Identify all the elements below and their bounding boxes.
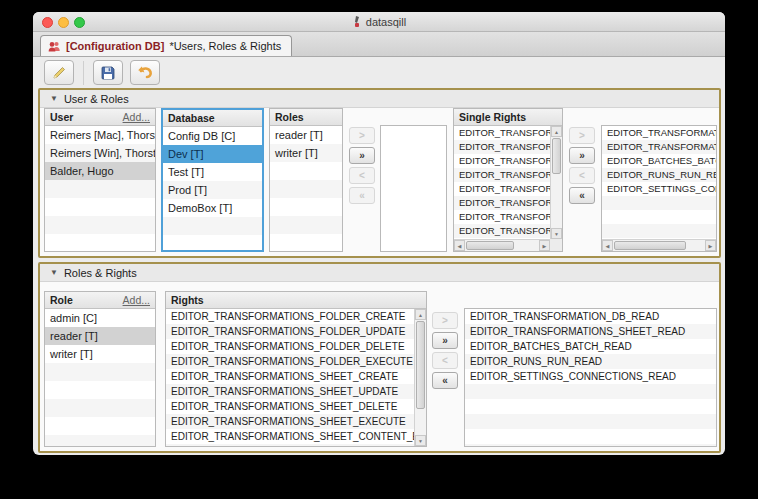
list-item[interactable]: EDITOR_TRANSFORMATIONS_SHEET_CREATE xyxy=(166,369,426,384)
user-list[interactable]: Reimers [Mac], ThorstenReimers [Win], Th… xyxy=(45,126,155,251)
list-item[interactable]: Reimers [Mac], Thorsten xyxy=(45,126,155,144)
list-item[interactable]: EDITOR_TRANSFORMATIONS_SHEET_EXECUTE xyxy=(454,224,562,238)
list-item[interactable]: EDITOR_TRANSFORMATIONS_SHEET_UPDATE xyxy=(454,196,562,210)
list-item[interactable]: Prod [T] xyxy=(163,181,262,199)
scrollbar-thumb[interactable] xyxy=(552,138,561,174)
rights-available-list[interactable]: EDITOR_TRANSFORMATIONS_FOLDER_CREATEEDIT… xyxy=(166,309,426,446)
list-item[interactable]: EDITOR_RUNS_RUN_READ xyxy=(465,354,716,369)
database-list[interactable]: Config DB [C]Dev [T]Test [T]Prod [T]Demo… xyxy=(163,127,262,250)
rights-move-all-left-button[interactable]: « xyxy=(432,372,458,389)
list-item[interactable]: EDITOR_TRANSFORMATIONS_SHEET_EXECUTE xyxy=(166,414,426,429)
rights-move-right-button[interactable]: > xyxy=(432,312,458,329)
roles-assigned-panel xyxy=(380,125,447,252)
list-item[interactable]: EDITOR_TRANSFORMATIONS_SHEET_READ xyxy=(602,140,716,154)
scroll-left-arrow[interactable]: ◀ xyxy=(602,240,613,251)
floppy-disk-icon xyxy=(100,65,116,81)
list-item[interactable]: EDITOR_BATCHES_BATCH_READ xyxy=(602,154,716,168)
list-item[interactable]: Config DB [C] xyxy=(163,127,262,145)
scrollbar-thumb[interactable] xyxy=(416,321,425,409)
save-button[interactable] xyxy=(93,60,123,85)
list-item[interactable]: EDITOR_TRANSFORMATIONS_FOLDER_DELETE xyxy=(166,339,426,354)
single-rights-move-all-right-button[interactable]: » xyxy=(569,147,595,164)
list-item[interactable]: Balder, Hugo xyxy=(45,162,155,180)
database-list-header: Database xyxy=(163,110,262,127)
tab-bar: [Configuration DB] *Users, Roles & Right… xyxy=(33,32,725,57)
single-rights-move-left-button[interactable]: < xyxy=(569,167,595,184)
list-item[interactable]: Reimers [Win], Thorsten xyxy=(45,144,155,162)
scrollbar-thumb[interactable] xyxy=(466,241,514,250)
list-item[interactable]: EDITOR_TRANSFORMATIONS_FOLDER_UPDATE xyxy=(454,140,562,154)
list-item[interactable]: Dev [T] xyxy=(163,145,262,163)
list-item[interactable]: EDITOR_BATCHES_BATCH_READ xyxy=(465,339,716,354)
list-item[interactable]: EDITOR_SETTINGS_CONNECTIONS_READ xyxy=(465,369,716,384)
list-item[interactable]: EDITOR_TRANSFORMATION_DB_READ xyxy=(465,309,716,324)
roles-move-right-button[interactable]: > xyxy=(349,127,375,144)
list-item[interactable]: EDITOR_SETTINGS_CONNECTIONS_READ xyxy=(602,182,716,196)
group-roles-rights: ▼ Roles & Rights Role Add... admin [C]re… xyxy=(38,262,721,453)
edit-button[interactable] xyxy=(44,60,74,85)
roles-move-left-button[interactable]: < xyxy=(349,167,375,184)
single-rights-assigned-list[interactable]: EDITOR_TRANSFORMATION_DB_READEDITOR_TRAN… xyxy=(602,126,716,251)
list-item[interactable]: EDITOR_TRANSFORMATIONS_FOLDER_EXECUTE xyxy=(166,354,426,369)
user-header-label: User xyxy=(50,111,73,123)
scroll-right-arrow[interactable]: ▶ xyxy=(539,240,550,251)
list-item[interactable]: EDITOR_TRANSFORMATIONS_FOLDER_DELETE xyxy=(454,154,562,168)
roles-move-all-left-button[interactable]: « xyxy=(349,187,375,204)
scrollbar-corner xyxy=(550,239,562,251)
toolbar-separator xyxy=(83,61,84,85)
list-item[interactable]: EDITOR_TRANSFORMATIONS_SHEET_CREATE xyxy=(454,182,562,196)
list-item[interactable]: EDITOR_TRANSFORMATIONS_FOLDER_UPDATE xyxy=(166,324,426,339)
group-header-roles-rights[interactable]: ▼ Roles & Rights xyxy=(40,264,719,282)
rights-list-header: Rights xyxy=(166,292,426,309)
scroll-right-arrow[interactable]: ▶ xyxy=(705,240,716,251)
list-item[interactable]: reader [T] xyxy=(45,327,155,345)
scrollbar-thumb[interactable] xyxy=(614,241,686,250)
tab-db-label: [Configuration DB] xyxy=(66,40,164,52)
add-user-link[interactable]: Add... xyxy=(123,111,150,123)
single-rights-header-label: Single Rights xyxy=(459,111,526,123)
list-item[interactable]: EDITOR_TRANSFORMATIONS_SHEET_DELETE xyxy=(166,399,426,414)
list-item[interactable]: EDITOR_TRANSFORMATIONS_SHEET_CONTENT_EDI… xyxy=(166,429,426,444)
scroll-up-arrow[interactable]: ▲ xyxy=(551,126,562,137)
list-item[interactable]: EDITOR_TRANSFORMATIONS_FOLDER_EXECUTE xyxy=(454,168,562,182)
rights-assigned-list[interactable]: EDITOR_TRANSFORMATION_DB_READEDITOR_TRAN… xyxy=(465,309,716,446)
single-rights-available-list[interactable]: EDITOR_TRANSFORMATIONS_FOLDER_CREATEEDIT… xyxy=(454,126,562,251)
list-item[interactable]: EDITOR_TRANSFORMATIONS_SHEET_UPDATE xyxy=(166,384,426,399)
horizontal-scrollbar[interactable]: ◀ ▶ xyxy=(602,239,716,251)
list-item[interactable]: writer [T] xyxy=(270,144,342,162)
undo-button[interactable] xyxy=(130,60,160,85)
scroll-down-arrow[interactable]: ▼ xyxy=(551,228,562,239)
list-item[interactable]: DemoBox [T] xyxy=(163,199,262,217)
roles-available-list[interactable]: reader [T]writer [T] xyxy=(270,126,342,251)
vertical-scrollbar[interactable]: ▲ ▼ xyxy=(414,309,426,446)
role-list[interactable]: admin [C]reader [T]writer [T] xyxy=(45,309,155,446)
title-bar[interactable]: datasqill xyxy=(33,12,725,32)
roles-assigned-list[interactable] xyxy=(381,126,446,251)
roles-move-all-right-button[interactable]: » xyxy=(349,147,375,164)
list-item[interactable]: Test [T] xyxy=(163,163,262,181)
rights-assigned-panel: EDITOR_TRANSFORMATION_DB_READEDITOR_TRAN… xyxy=(464,308,717,447)
group-header-user-roles[interactable]: ▼ User & Roles xyxy=(40,90,719,108)
single-rights-move-all-left-button[interactable]: « xyxy=(569,187,595,204)
tab-users-roles-rights[interactable]: [Configuration DB] *Users, Roles & Right… xyxy=(40,35,292,56)
vertical-scrollbar[interactable]: ▲ ▼ xyxy=(550,126,562,239)
list-item[interactable]: EDITOR_TRANSFORMATION_DB_READ xyxy=(602,126,716,140)
scroll-up-arrow[interactable]: ▲ xyxy=(415,309,426,320)
list-item[interactable]: EDITOR_TRANSFORMATIONS_FOLDER_CREATE xyxy=(166,309,426,324)
rights-move-left-button[interactable]: < xyxy=(432,352,458,369)
database-header-label: Database xyxy=(168,112,215,124)
scroll-left-arrow[interactable]: ◀ xyxy=(454,240,465,251)
window-title: datasqill xyxy=(366,16,406,28)
list-item[interactable]: EDITOR_TRANSFORMATIONS_FOLDER_CREATE xyxy=(454,126,562,140)
add-role-link[interactable]: Add... xyxy=(123,294,150,306)
list-item[interactable]: EDITOR_TRANSFORMATIONS_SHEET_DELETE xyxy=(454,210,562,224)
single-rights-move-right-button[interactable]: > xyxy=(569,127,595,144)
list-item[interactable]: admin [C] xyxy=(45,309,155,327)
list-item[interactable]: writer [T] xyxy=(45,345,155,363)
rights-move-all-right-button[interactable]: » xyxy=(432,332,458,349)
list-item[interactable]: EDITOR_TRANSFORMATIONS_SHEET_READ xyxy=(465,324,716,339)
list-item[interactable]: EDITOR_RUNS_RUN_READ xyxy=(602,168,716,182)
list-item[interactable]: reader [T] xyxy=(270,126,342,144)
horizontal-scrollbar[interactable]: ◀ ▶ xyxy=(454,239,550,251)
scroll-down-arrow[interactable]: ▼ xyxy=(415,435,426,446)
